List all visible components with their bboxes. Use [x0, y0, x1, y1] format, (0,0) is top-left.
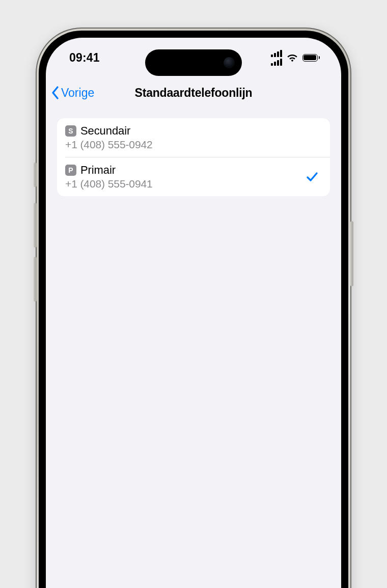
cellular-signal-icon: [271, 50, 282, 66]
sim-badge-icon: P: [65, 165, 76, 176]
status-right: [271, 50, 320, 66]
stage: 09:41: [0, 0, 387, 588]
wifi-icon: [286, 53, 298, 62]
line-number: +1 (408) 555-0941: [65, 178, 306, 190]
line-row-secondary[interactable]: S Secundair +1 (408) 555-0942: [57, 118, 330, 157]
line-row-primary[interactable]: P Primair +1 (408) 555-0941: [65, 157, 330, 196]
line-row-left: P Primair +1 (408) 555-0941: [65, 164, 306, 190]
status-time: 09:41: [69, 51, 100, 65]
line-number: +1 (408) 555-0942: [65, 139, 322, 151]
page-title: Standaardtelefoonlijn: [135, 86, 253, 100]
volume-down-button: [34, 257, 37, 302]
lines-group: S Secundair +1 (408) 555-0942 P Primair: [57, 118, 330, 196]
phone-frame: 09:41: [36, 28, 351, 588]
phone-bezel: 09:41: [39, 31, 348, 588]
silence-switch: [34, 163, 37, 187]
status-bar: 09:41: [46, 38, 341, 77]
back-label: Vorige: [61, 86, 94, 100]
line-label-line: S Secundair: [65, 124, 322, 138]
screen: 09:41: [46, 38, 341, 588]
line-label-line: P Primair: [65, 164, 306, 177]
chevron-left-icon: [51, 86, 60, 100]
checkmark-icon: [306, 170, 319, 183]
volume-up-button: [34, 203, 37, 248]
line-label: Secundair: [80, 124, 130, 138]
battery-icon: [302, 54, 320, 62]
navigation-bar: Vorige Standaardtelefoonlijn: [46, 77, 341, 108]
sim-badge-icon: S: [65, 125, 76, 137]
side-button: [350, 221, 353, 286]
content: S Secundair +1 (408) 555-0942 P Primair: [57, 118, 330, 196]
line-row-left: S Secundair +1 (408) 555-0942: [65, 124, 322, 151]
back-button[interactable]: Vorige: [51, 86, 94, 100]
line-label: Primair: [80, 164, 116, 177]
